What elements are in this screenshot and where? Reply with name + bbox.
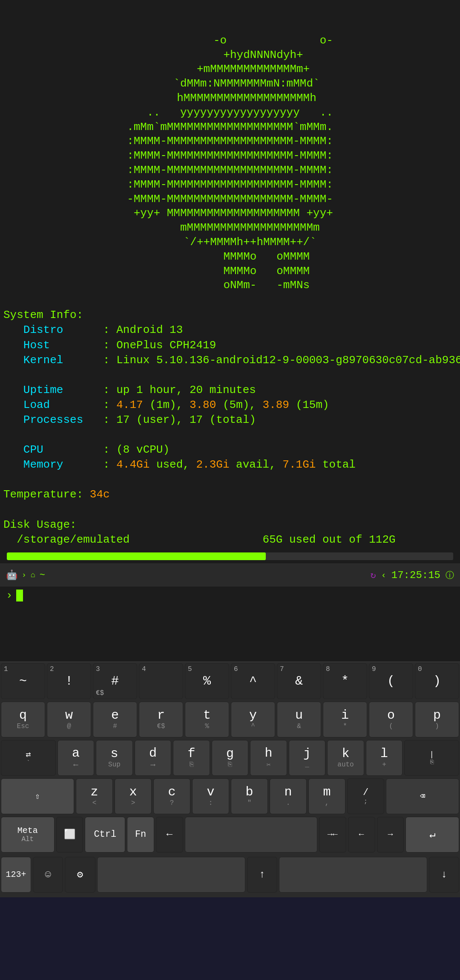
load-5m: 3.80 bbox=[190, 399, 216, 411]
key-arrow-left-big[interactable]: ← bbox=[156, 817, 183, 853]
key-fn[interactable]: Fn bbox=[127, 817, 154, 853]
terminal-spacer bbox=[0, 606, 460, 662]
terminal-output: -o o- +hydNNNNdyh+ +mMMMMMMMMMMMMMm+ `dM… bbox=[0, 0, 460, 551]
statusbar-right: ↻ ‹ 17:25:15 ⓘ bbox=[371, 569, 454, 581]
terminal-prompt: › bbox=[0, 587, 460, 606]
key-bottom-space2[interactable] bbox=[279, 857, 427, 893]
home-icon: ⌂ bbox=[31, 571, 35, 579]
key-z[interactable]: z< bbox=[76, 778, 113, 814]
disk-info: 65G used out of 112G bbox=[263, 533, 396, 546]
key-nav-prev[interactable]: →← bbox=[319, 817, 346, 853]
key-8-star[interactable]: 8* bbox=[323, 663, 367, 699]
android-icon: 🤖 bbox=[6, 569, 17, 581]
key-5-percent[interactable]: 5% bbox=[185, 663, 229, 699]
memory-label: Memory bbox=[23, 458, 63, 471]
key-1-tilde[interactable]: 1~ bbox=[1, 663, 45, 699]
uptime-label: Uptime bbox=[23, 384, 63, 396]
key-x[interactable]: x> bbox=[115, 778, 152, 814]
chevron-icon: › bbox=[22, 571, 26, 579]
key-e[interactable]: e# bbox=[93, 702, 137, 737]
key-enter[interactable]: ↵ bbox=[405, 817, 459, 853]
key-d[interactable]: d⟶ bbox=[135, 740, 172, 776]
key-q[interactable]: qEsc bbox=[1, 702, 45, 737]
key-meta[interactable]: MetaAlt bbox=[1, 817, 55, 853]
distro-label: Distro bbox=[23, 324, 63, 336]
ascii-art: -o o- +hydNNNNdyh+ +mMMMMMMMMMMMMMm+ `dM… bbox=[3, 19, 457, 293]
keyboard-number-row: 1~ 2! 3#€$ 4 5% 6^ 7& 8* 9( 0) bbox=[0, 662, 460, 700]
key-nav-back[interactable]: ← bbox=[348, 817, 375, 853]
current-time: 17:25:15 bbox=[391, 569, 440, 581]
key-k[interactable]: kauto bbox=[327, 740, 364, 776]
key-settings[interactable]: ⚙ bbox=[65, 857, 95, 893]
key-shift[interactable]: ⇧ bbox=[1, 778, 74, 814]
temperature-value: 34c bbox=[90, 488, 110, 501]
keyboard: 1~ 2! 3#€$ 4 5% 6^ 7& 8* 9( 0) qEsc w@ e… bbox=[0, 662, 460, 897]
cpu-label: CPU bbox=[23, 443, 43, 456]
mem-total: 7.1Gi bbox=[282, 458, 316, 471]
load-1m: 4.17 bbox=[116, 399, 143, 411]
key-o[interactable]: o( bbox=[369, 702, 413, 737]
key-i[interactable]: i* bbox=[323, 702, 367, 737]
key-p[interactable]: p) bbox=[415, 702, 459, 737]
nav-chevron-icon: ‹ bbox=[381, 570, 386, 580]
key-ctrl[interactable]: Ctrl bbox=[85, 817, 125, 853]
processes-label: Processes bbox=[23, 413, 83, 426]
disk-bar-fill bbox=[7, 552, 266, 560]
info-icon[interactable]: ⓘ bbox=[446, 569, 454, 581]
key-nav-fwd[interactable]: → bbox=[377, 817, 404, 853]
key-h[interactable]: h✂ bbox=[250, 740, 287, 776]
key-b[interactable]: b" bbox=[231, 778, 268, 814]
refresh-icon[interactable]: ↻ bbox=[371, 569, 376, 581]
tilde-label: ~ bbox=[40, 570, 45, 581]
keyboard-bottom-row: MetaAlt ⬜ Ctrl Fn ← →← ← → ↵ bbox=[0, 815, 460, 856]
cursor-blink bbox=[16, 590, 23, 601]
key-j[interactable]: j_ bbox=[289, 740, 326, 776]
key-a[interactable]: a⟵ bbox=[58, 740, 95, 776]
key-6-caret[interactable]: 6^ bbox=[231, 663, 275, 699]
key-s[interactable]: sSup bbox=[96, 740, 133, 776]
key-space[interactable] bbox=[185, 817, 317, 853]
disk-usage-bar bbox=[7, 552, 453, 560]
key-tab-switch[interactable]: ⇄` bbox=[1, 740, 56, 776]
key-v[interactable]: v: bbox=[192, 778, 229, 814]
key-emoji[interactable]: ☺ bbox=[33, 857, 63, 893]
key-compose[interactable]: ⬜ bbox=[56, 817, 83, 853]
host-label: Host bbox=[23, 339, 50, 352]
system-info-label: System Info: bbox=[3, 309, 83, 321]
key-pipe-bracket[interactable]: |⎘ bbox=[404, 740, 459, 776]
keyboard-extra-row: 123+ ☺ ⚙ ↑ ↓ bbox=[0, 856, 460, 897]
key-up-arrow[interactable]: ↑ bbox=[247, 857, 277, 893]
prompt-chevron: › bbox=[6, 589, 13, 602]
kernel-label: Kernel bbox=[23, 354, 63, 367]
key-m[interactable]: m, bbox=[308, 778, 345, 814]
key-w[interactable]: w@ bbox=[47, 702, 91, 737]
key-y[interactable]: y^ bbox=[231, 702, 275, 737]
key-4[interactable]: 4 bbox=[139, 663, 183, 699]
key-bottom-space[interactable] bbox=[97, 857, 245, 893]
keyboard-row1: qEsc w@ e# r€$ t% y^ u& i* o( p) bbox=[0, 700, 460, 739]
disk-path: /storage/emulated bbox=[17, 533, 129, 546]
key-l[interactable]: l+ bbox=[366, 740, 403, 776]
key-down-arrow[interactable]: ↓ bbox=[429, 857, 459, 893]
key-n[interactable]: n. bbox=[270, 778, 307, 814]
key-7-amp[interactable]: 7& bbox=[277, 663, 321, 699]
key-r[interactable]: r€$ bbox=[139, 702, 183, 737]
key-123[interactable]: 123+ bbox=[1, 857, 31, 893]
host-value: : OnePlus CPH2419 bbox=[103, 339, 216, 352]
load-15m: 3.89 bbox=[263, 399, 289, 411]
key-2-excl[interactable]: 2! bbox=[47, 663, 91, 699]
key-3-hash[interactable]: 3#€$ bbox=[93, 663, 137, 699]
statusbar-left: 🤖 › ⌂ ~ bbox=[6, 569, 45, 581]
kernel-value: : Linux 5.10.136-android12-9-00003-g8970… bbox=[103, 354, 460, 367]
key-0-rparen[interactable]: 0) bbox=[415, 663, 459, 699]
keyboard-row2: ⇄` a⟵ sSup d⟶ f⎘ g⎘ h✂ j_ kauto l+ |⎘ bbox=[0, 739, 460, 777]
key-backspace[interactable]: ⌫ bbox=[386, 778, 459, 814]
key-g[interactable]: g⎘ bbox=[212, 740, 249, 776]
key-t[interactable]: t% bbox=[185, 702, 229, 737]
key-f[interactable]: f⎘ bbox=[173, 740, 210, 776]
key-u[interactable]: u& bbox=[277, 702, 321, 737]
key-9-lparen[interactable]: 9( bbox=[369, 663, 413, 699]
key-c[interactable]: c? bbox=[153, 778, 190, 814]
key-slash[interactable]: /; bbox=[347, 778, 384, 814]
distro-value: : Android 13 bbox=[103, 324, 183, 336]
